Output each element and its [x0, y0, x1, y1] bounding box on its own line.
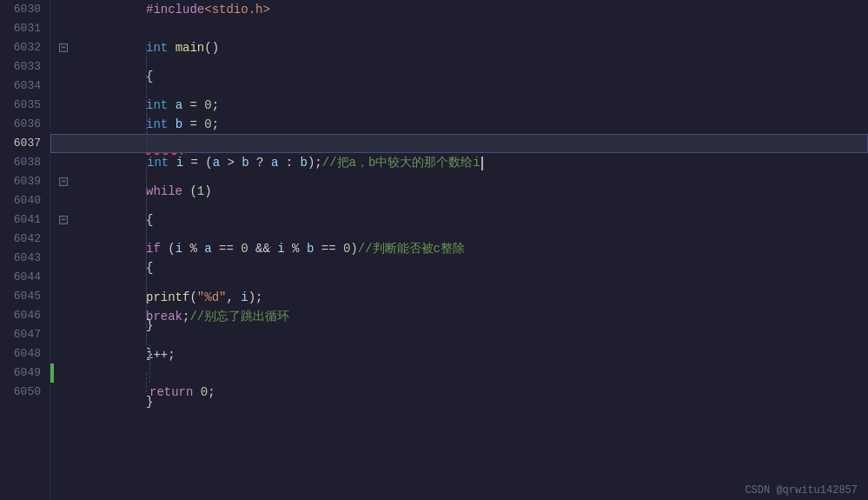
fold-icon-6032[interactable]: − [59, 43, 68, 52]
fold-icon-6039[interactable]: − [59, 177, 68, 186]
fold-icon-6041[interactable]: − [59, 216, 68, 224]
code-editor[interactable]: 6030 6031 6032 6033 6034 6035 6036 6037 … [0, 0, 868, 500]
green-bar-6049 [50, 363, 54, 383]
code-line-6030: #include<stdio.h> [50, 0, 868, 19]
line-numbers: 6030 6031 6032 6033 6034 6035 6036 6037 … [0, 0, 50, 500]
code-line-6046: i++; [50, 306, 868, 325]
gutter-6041: − [54, 216, 73, 224]
code-content[interactable]: #include<stdio.h> − int main() [50, 0, 868, 500]
code-line-6049: return 0; [50, 363, 868, 383]
code-line-6050: } [50, 383, 868, 402]
gutter-6032: − [54, 43, 73, 52]
watermark: CSDN @qrwitu142857 [745, 484, 858, 497]
code-area: 6030 6031 6032 6033 6034 6035 6036 6037 … [0, 0, 868, 500]
code-text-6050: } [73, 354, 160, 430]
gutter-6039: − [54, 177, 73, 186]
